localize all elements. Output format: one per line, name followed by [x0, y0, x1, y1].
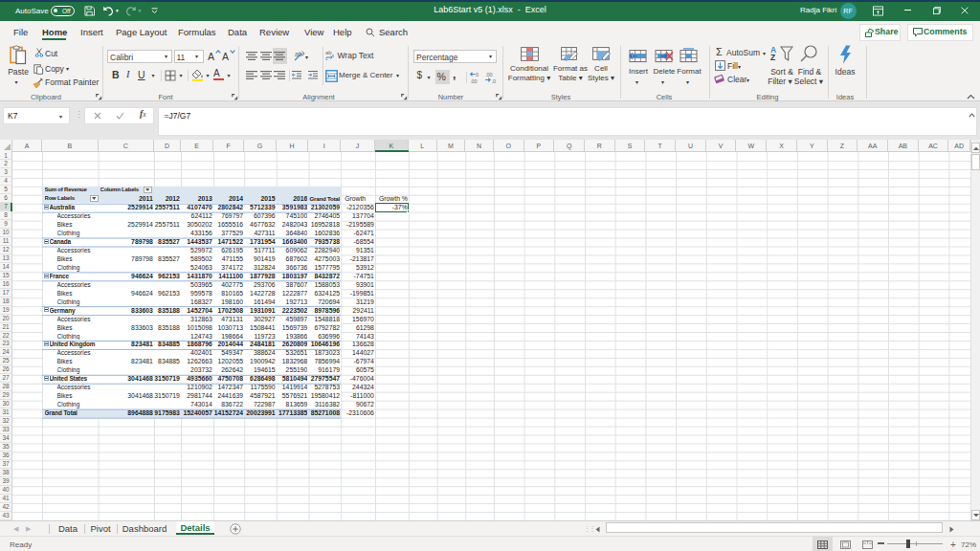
svg-text:ab: ab: [325, 50, 332, 55]
svg-text:0: 0: [476, 72, 479, 77]
svg-text:ab: ab: [295, 51, 302, 57]
svg-text:.00: .00: [470, 78, 478, 84]
